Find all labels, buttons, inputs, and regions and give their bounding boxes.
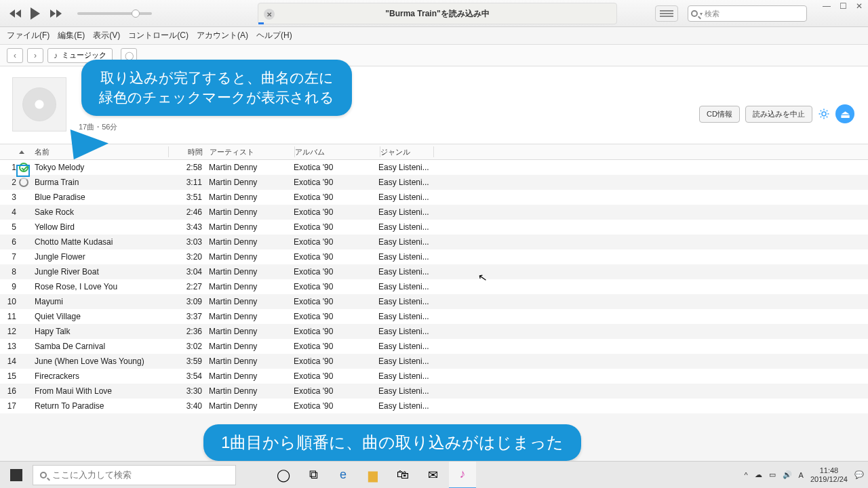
track-genre: Easy Listeni...	[378, 401, 431, 411]
album-meta: 17曲・56分	[79, 122, 117, 132]
lcd-close-icon[interactable]: ✕	[264, 9, 275, 20]
lcd-text: "Burma Train"を読み込み中	[385, 8, 489, 20]
taskbar-search[interactable]: ここに入力して検索	[33, 465, 236, 485]
table-row[interactable]: 5Yellow Bird3:43Martin DennyExotica '90E…	[0, 220, 868, 235]
volume-slider[interactable]	[77, 12, 152, 15]
track-album: Exotica '90	[294, 207, 378, 217]
back-button[interactable]: ‹	[7, 48, 23, 63]
table-row[interactable]: 6Chotto Matte Kudasai3:03Martin DennyExo…	[0, 235, 868, 249]
track-genre: Easy Listeni...	[378, 192, 431, 202]
explorer-icon[interactable]: ▆	[359, 462, 387, 489]
track-name: Return To Paradise	[33, 401, 168, 411]
table-row[interactable]: 12Hapy Talk2:36Martin DennyExotica '90Ea…	[0, 324, 868, 339]
track-artist: Martin Denny	[209, 327, 294, 336]
itunes-taskbar-icon[interactable]: ♪	[449, 462, 476, 489]
track-genre: Easy Listeni...	[378, 357, 431, 366]
mail-icon[interactable]: ✉	[419, 462, 446, 489]
track-name: Quiet Village	[33, 312, 168, 321]
tray-chevron-icon[interactable]: ^	[744, 471, 747, 479]
track-number: 16	[0, 386, 19, 396]
table-row[interactable]: 11Quiet Village3:37Martin DennyExotica '…	[0, 309, 868, 324]
stop-import-button[interactable]: 読み込みを中止	[745, 106, 812, 123]
header-artist[interactable]: アーティスト	[210, 147, 294, 157]
track-genre: Easy Listeni...	[378, 386, 431, 396]
menu-item[interactable]: ヘルプ(H)	[256, 30, 292, 41]
table-row[interactable]: 13Samba De Carnival3:02Martin DennyExoti…	[0, 339, 868, 354]
track-genre: Easy Listeni...	[378, 207, 431, 217]
header-time[interactable]: 時間	[169, 147, 210, 157]
network-icon[interactable]: ▭	[769, 470, 776, 479]
import-progress-bar	[258, 22, 264, 24]
track-genre: Easy Listeni...	[378, 267, 431, 277]
track-time: 3:37	[168, 312, 209, 321]
cd-info-button[interactable]: CD情報	[699, 106, 740, 123]
track-name: From Maui With Love	[33, 386, 168, 396]
list-view-button[interactable]	[655, 5, 678, 22]
now-playing-lcd: ✕ "Burma Train"を読み込み中	[258, 3, 617, 24]
track-time: 3:09	[168, 297, 209, 306]
track-album: Exotica '90	[294, 163, 378, 172]
track-time: 3:30	[168, 386, 209, 396]
search-icon	[40, 472, 47, 479]
forward-button[interactable]	[47, 5, 64, 22]
eject-button[interactable]: ⏏	[835, 104, 854, 123]
track-time: 2:27	[168, 282, 209, 291]
volume-icon[interactable]: 🔊	[783, 470, 792, 479]
menu-item[interactable]: コントロール(C)	[128, 30, 189, 41]
search-input[interactable]: ▾ 検索	[688, 5, 807, 22]
edge-icon[interactable]: e	[330, 462, 357, 489]
sort-asc-icon[interactable]	[19, 150, 24, 154]
menu-item[interactable]: アカウント(A)	[197, 30, 248, 41]
menu-item[interactable]: ファイル(F)	[7, 30, 50, 41]
track-artist: Martin Denny	[209, 401, 294, 411]
cortana-icon[interactable]: ◯	[270, 462, 297, 489]
notifications-icon[interactable]: 💬	[854, 470, 864, 479]
table-row[interactable]: 17Return To Paradise3:40Martin DennyExot…	[0, 399, 868, 413]
maximize-button[interactable]: ☐	[837, 1, 849, 11]
track-number: 9	[0, 282, 19, 291]
track-genre: Easy Listeni...	[378, 282, 431, 291]
header-genre[interactable]: ジャンル	[380, 147, 433, 157]
table-row[interactable]: 3Blue Paradise3:51Martin DennyExotica '9…	[0, 190, 868, 205]
annotation-callout-1: 取り込みが完了すると、曲名の左に 緑色のチェックマークが表示される	[81, 60, 352, 116]
onedrive-icon[interactable]: ☁	[755, 470, 762, 479]
table-row[interactable]: 14June (When Love Was Young)3:59Martin D…	[0, 354, 868, 369]
track-time: 3:51	[168, 192, 209, 202]
track-name: Burma Train	[33, 178, 168, 187]
track-name: Mayumi	[33, 297, 168, 306]
table-row[interactable]: 8Jungle River Boat3:04Martin DennyExotic…	[0, 264, 868, 279]
track-name: Rose Rose, I Love You	[33, 282, 168, 291]
table-row[interactable]: 4Sake Rock2:46Martin DennyExotica '90Eas…	[0, 205, 868, 220]
rewind-button[interactable]	[7, 5, 23, 22]
forward-nav-button[interactable]: ›	[27, 48, 43, 63]
library-label: ミュージック	[62, 50, 106, 60]
table-row[interactable]: 10Mayumi3:09Martin DennyExotica '90Easy …	[0, 294, 868, 309]
store-icon[interactable]: 🛍	[389, 462, 416, 489]
track-genre: Easy Listeni...	[378, 312, 431, 321]
track-artist: Martin Denny	[209, 371, 294, 381]
track-artist: Martin Denny	[209, 178, 294, 187]
header-album[interactable]: アルバム	[295, 147, 380, 157]
play-button[interactable]	[27, 5, 43, 22]
table-row[interactable]: 16From Maui With Love3:30Martin DennyExo…	[0, 384, 868, 399]
minimize-button[interactable]: —	[821, 1, 833, 11]
taskbar-clock[interactable]: 11:482019/12/24	[810, 466, 848, 483]
menu-item[interactable]: 表示(V)	[93, 30, 120, 41]
track-number: 4	[0, 207, 19, 217]
table-row[interactable]: 2Burma Train3:11Martin DennyExotica '90E…	[0, 175, 868, 190]
track-number: 8	[0, 267, 19, 277]
menu-item[interactable]: 編集(E)	[58, 30, 85, 41]
table-row[interactable]: 7Jungle Flower3:20Martin DennyExotica '9…	[0, 249, 868, 264]
gear-icon[interactable]	[818, 108, 830, 120]
track-genre: Easy Listeni...	[378, 222, 431, 232]
table-row[interactable]: 1Tokyo Melody2:58Martin DennyExotica '90…	[0, 160, 868, 175]
annotation-callout-2: 1曲目から順番に、曲の取り込みがはじまった	[203, 424, 581, 461]
track-artist: Martin Denny	[209, 237, 294, 247]
close-button[interactable]: ✕	[853, 1, 865, 11]
taskview-icon[interactable]: ⧉	[300, 462, 327, 489]
table-row[interactable]: 9Rose Rose, I Love You2:27Martin DennyEx…	[0, 279, 868, 294]
track-number: 13	[0, 342, 19, 351]
start-button[interactable]	[0, 462, 33, 489]
table-row[interactable]: 15Firecrackers3:54Martin DennyExotica '9…	[0, 369, 868, 384]
ime-indicator[interactable]: A	[799, 471, 804, 479]
